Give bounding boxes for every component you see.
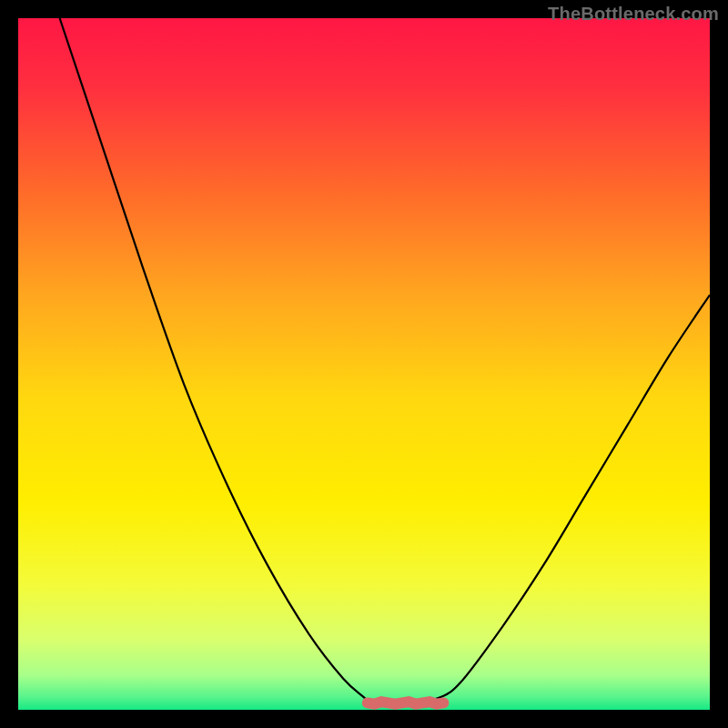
watermark-text: TheBottleneck.com (548, 4, 719, 25)
chart-background (18, 18, 710, 710)
chart-plot (18, 18, 710, 710)
chart-frame: TheBottleneck.com (0, 0, 728, 728)
optimal-region-marker (368, 702, 444, 703)
